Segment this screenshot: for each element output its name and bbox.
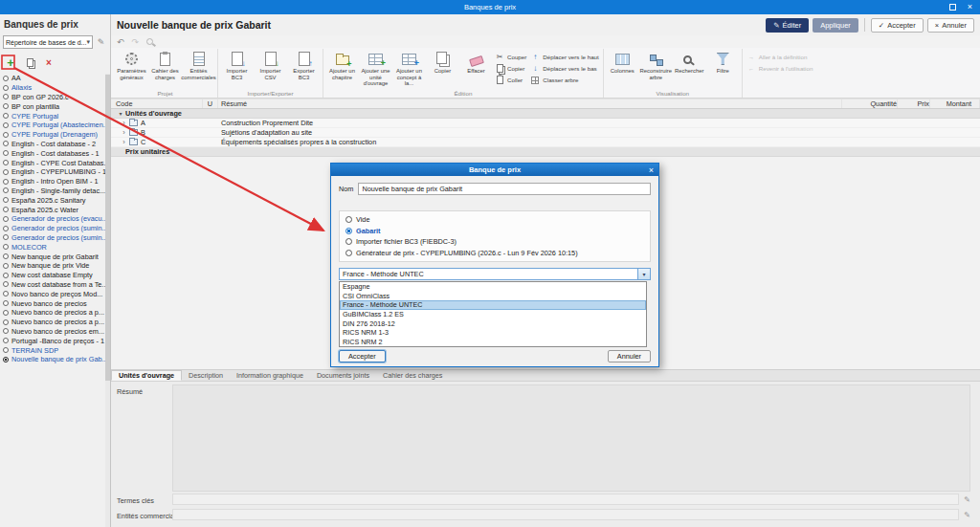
- combobox-arrow-button[interactable]: ▾: [637, 269, 650, 279]
- list-item[interactable]: Nuevo banco de precios: [0, 298, 105, 308]
- delete-database-button[interactable]: ×: [43, 56, 55, 68]
- effacer-button[interactable]: Effacer: [459, 49, 493, 88]
- exporter-bc3-button[interactable]: ↑ Exporter BC3: [287, 49, 321, 88]
- list-item[interactable]: New cost database Empty: [0, 271, 105, 280]
- column-resume[interactable]: Résumé: [218, 99, 842, 108]
- dropdown-item[interactable]: RICS NRM 2: [340, 338, 646, 347]
- list-item[interactable]: Novo banco de preços Mod...: [0, 289, 105, 298]
- expand-icon[interactable]: ›: [120, 119, 128, 127]
- list-item[interactable]: Portugal -Banco de preços - 1: [0, 336, 105, 345]
- sidebar-scrollbar[interactable]: [105, 74, 110, 527]
- expand-icon[interactable]: ›: [120, 128, 128, 137]
- termes-cles-field[interactable]: [172, 494, 959, 505]
- list-item[interactable]: CYPE Portugal (Drenagem): [0, 130, 105, 140]
- dropdown-item[interactable]: RICS NRM 1-3: [340, 328, 646, 338]
- coller-button[interactable]: Coller: [493, 75, 528, 85]
- deplacer-haut-button[interactable]: ↑ Déplacer vers le haut: [528, 52, 600, 62]
- restore-icon[interactable]: [949, 4, 956, 11]
- entites-commerciales-field[interactable]: [172, 509, 959, 520]
- importer-csv-button[interactable]: ↓ Importer CSV: [254, 49, 287, 88]
- revenir-utilisation-button[interactable]: ← Revenir à l'utilisation: [745, 63, 815, 74]
- list-item[interactable]: English - Intro Open BIM - 1: [0, 177, 105, 187]
- dropdown-item[interactable]: GuBIMClass 1.2 ES: [340, 310, 646, 319]
- close-icon[interactable]: ×: [968, 3, 972, 11]
- list-item[interactable]: Aliaxis: [0, 83, 105, 93]
- edit-entites-button[interactable]: ✎: [962, 509, 972, 520]
- dialog-annuler-button[interactable]: Annuler: [608, 350, 651, 362]
- list-item[interactable]: Generador de precios (sumin...: [0, 224, 105, 233]
- copier-button-big[interactable]: Copier: [426, 49, 459, 88]
- list-item[interactable]: English - Single-family detac...: [0, 187, 105, 196]
- option-radio-row[interactable]: Générateur de prix - CYPEPLUMBING (2026.…: [345, 248, 644, 258]
- table-group-row[interactable]: ▾Unités d'ouvrage: [111, 109, 980, 119]
- redo-icon[interactable]: ↷: [132, 37, 140, 47]
- dropdown-item[interactable]: Espagne: [340, 282, 646, 292]
- table-group-row[interactable]: Prix unitaires: [111, 147, 980, 157]
- table-row[interactable]: ›B Sujétions d'adaptation au site: [111, 128, 980, 138]
- dialog-accepter-button[interactable]: Accepter: [339, 350, 386, 362]
- column-montant[interactable]: Montant: [930, 99, 980, 108]
- parametres-generaux-button[interactable]: Paramètres généraux: [115, 49, 148, 88]
- list-item[interactable]: New banque de prix Gabarit: [0, 252, 105, 261]
- deplacer-bas-button[interactable]: ↓ Déplacer vers le bas: [528, 63, 600, 74]
- aller-definition-button[interactable]: → Aller à la définition: [745, 52, 815, 62]
- list-item[interactable]: Generador de precios (evacu...: [0, 214, 105, 224]
- expand-icon[interactable]: ›: [120, 138, 128, 146]
- list-item[interactable]: CYPE Portugal (Abastecimen...: [0, 121, 105, 130]
- ajouter-chapitre-button[interactable]: + Ajouter un chapitre: [325, 49, 359, 88]
- column-u[interactable]: U: [203, 99, 218, 108]
- reconstruire-arbre-button[interactable]: Reconstruire arbre: [639, 49, 673, 88]
- classer-arbre-button[interactable]: Classer arbre: [528, 75, 600, 85]
- nom-input[interactable]: [358, 183, 651, 195]
- dropdown-item[interactable]: France - Méthode UNTEC: [340, 300, 646, 310]
- copy-database-button[interactable]: [24, 56, 35, 68]
- resume-textarea[interactable]: [172, 384, 970, 492]
- dropdown-item[interactable]: CSI OmniClass: [340, 292, 646, 301]
- filtre-button[interactable]: Filtre: [706, 49, 740, 88]
- bottom-tab[interactable]: Cahier des charges: [376, 370, 449, 381]
- column-code[interactable]: Code: [111, 99, 203, 108]
- list-item[interactable]: Nouvelle banque de prix Gab...: [0, 355, 105, 364]
- rechercher-button[interactable]: Rechercher: [673, 49, 706, 88]
- list-item[interactable]: English - Cost databases - 1: [0, 148, 105, 158]
- appliquer-button[interactable]: Appliquer: [813, 18, 858, 33]
- list-item[interactable]: Nuevo banco de precios a p...: [0, 308, 105, 318]
- list-item[interactable]: MOLECOR: [0, 242, 105, 252]
- dialog-close-icon[interactable]: ×: [649, 164, 654, 176]
- ajouter-concept-button[interactable]: + Ajouter un concept à la...: [392, 49, 426, 88]
- list-item[interactable]: English - CYPEPLUMBING - 1: [0, 167, 105, 177]
- table-row[interactable]: ›A Construction Proprement Dite: [111, 119, 980, 128]
- list-item[interactable]: New cost database from a Te...: [0, 280, 105, 290]
- column-prix[interactable]: Prix: [898, 99, 930, 108]
- list-item[interactable]: Nuevo banco de precios a p...: [0, 318, 105, 327]
- cahier-des-charges-button[interactable]: Cahier des charges: [148, 49, 182, 88]
- edit-termes-button[interactable]: ✎: [962, 494, 972, 505]
- list-item[interactable]: BP con GP 2026.c: [0, 93, 105, 102]
- option-radio-row[interactable]: Importer fichier BC3 (FIEBDC-3): [345, 236, 644, 247]
- search-icon[interactable]: [146, 38, 153, 45]
- list-item[interactable]: New banque de prix Vide: [0, 261, 105, 271]
- list-item[interactable]: English - Cost database - 2: [0, 140, 105, 149]
- list-item[interactable]: English - CYPE Cost Databas...: [0, 158, 105, 167]
- list-item[interactable]: BP con plantilla: [0, 101, 105, 111]
- bottom-tab[interactable]: Description: [182, 370, 230, 381]
- scrollbar-thumb[interactable]: [105, 75, 110, 381]
- list-item[interactable]: AA: [0, 74, 105, 83]
- list-item[interactable]: Generador de precios (sumin...: [0, 233, 105, 243]
- bottom-tab[interactable]: Information graphique: [230, 370, 310, 381]
- ajouter-unite-ouvrage-button[interactable]: + Ajouter une unité d'ouvrage: [359, 49, 392, 88]
- list-item[interactable]: Nuevo banco de precios em...: [0, 327, 105, 337]
- edit-directories-button[interactable]: ✎: [95, 36, 107, 49]
- list-item[interactable]: TERRAIN SDP: [0, 345, 105, 355]
- dropdown-item[interactable]: DIN 276 2018-12: [340, 318, 646, 328]
- editer-button[interactable]: ✎ Éditer: [766, 18, 809, 33]
- list-item[interactable]: España 2025.c Sanitary: [0, 195, 105, 205]
- option-radio-row[interactable]: Vide: [345, 214, 644, 225]
- column-quantite[interactable]: Quantité: [842, 99, 898, 108]
- undo-icon[interactable]: ↶: [117, 37, 124, 47]
- option-radio-row[interactable]: Gabarit: [345, 226, 644, 236]
- directory-select[interactable]: Répertoire de bases de d... ▾: [3, 35, 93, 49]
- colonnes-button[interactable]: Colonnes: [606, 49, 639, 88]
- couper-button[interactable]: ✂ Couper: [493, 52, 528, 62]
- accepter-button[interactable]: ✓ Accepter: [871, 18, 924, 33]
